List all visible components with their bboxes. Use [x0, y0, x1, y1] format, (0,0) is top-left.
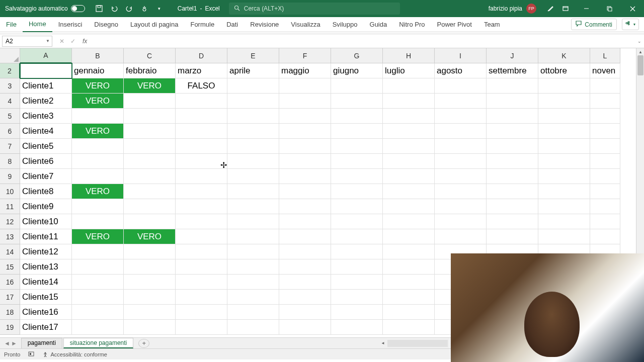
cell[interactable]: Cliente11	[20, 229, 72, 244]
row-header-7[interactable]: 7	[0, 139, 20, 154]
cell[interactable]	[435, 214, 487, 229]
column-header-G[interactable]: G	[331, 48, 383, 63]
cell[interactable]	[72, 139, 124, 154]
cell[interactable]	[383, 78, 435, 94]
user-avatar[interactable]: FP	[526, 4, 536, 14]
row-header-10[interactable]: 10	[0, 184, 20, 199]
row-header-11[interactable]: 11	[0, 199, 20, 214]
comments-button[interactable]: Commenti	[571, 19, 617, 30]
cell[interactable]	[176, 199, 227, 214]
cell[interactable]	[538, 139, 590, 154]
maximize-button[interactable]	[598, 0, 621, 17]
row-header-17[interactable]: 17	[0, 290, 20, 305]
cell[interactable]	[383, 305, 435, 320]
cell[interactable]	[227, 184, 279, 199]
redo-icon[interactable]	[125, 5, 133, 13]
cell[interactable]	[383, 275, 435, 290]
sheet-tab-situazione-pagamenti[interactable]: situazione pagamenti	[63, 338, 133, 348]
cell[interactable]	[279, 199, 331, 214]
cell[interactable]	[487, 229, 538, 244]
cell[interactable]	[72, 290, 124, 305]
minimize-button[interactable]	[575, 0, 598, 17]
cell[interactable]	[279, 290, 331, 305]
undo-icon[interactable]	[110, 5, 118, 13]
cell[interactable]	[331, 184, 383, 199]
cell[interactable]	[331, 214, 383, 229]
cell[interactable]	[124, 259, 176, 275]
column-header-K[interactable]: K	[538, 48, 590, 63]
cell[interactable]	[124, 275, 176, 290]
cell[interactable]	[227, 109, 279, 124]
cell[interactable]	[176, 124, 227, 139]
cell[interactable]	[279, 244, 331, 259]
cell[interactable]	[124, 214, 176, 229]
cell[interactable]: Cliente4	[20, 124, 72, 139]
user-account[interactable]: fabrizio pipia FP	[484, 4, 541, 14]
cell[interactable]: Cliente7	[20, 169, 72, 184]
cell[interactable]	[331, 78, 383, 94]
row-header-4[interactable]: 4	[0, 94, 20, 109]
row-header-6[interactable]: 6	[0, 124, 20, 139]
cell[interactable]	[227, 305, 279, 320]
ribbon-tab-power-pivot[interactable]: Power Pivot	[431, 17, 478, 32]
scroll-left-icon[interactable]: ◄	[379, 340, 386, 347]
cell[interactable]	[487, 109, 538, 124]
cell[interactable]	[590, 184, 620, 199]
cell[interactable]	[331, 139, 383, 154]
cell[interactable]	[72, 199, 124, 214]
name-box[interactable]: A2 ▼	[2, 36, 52, 47]
chevron-right-icon[interactable]: ►	[11, 340, 17, 347]
cell[interactable]: VERO	[72, 229, 124, 244]
cell[interactable]	[227, 244, 279, 259]
cell[interactable]	[590, 78, 620, 94]
column-header-C[interactable]: C	[124, 48, 176, 63]
cell[interactable]	[176, 184, 227, 199]
customize-qat-icon[interactable]: ▾	[155, 5, 164, 13]
cell[interactable]	[72, 259, 124, 275]
cell[interactable]: Cliente15	[20, 290, 72, 305]
column-header-D[interactable]: D	[176, 48, 227, 63]
cell[interactable]	[227, 214, 279, 229]
cell[interactable]: Cliente17	[20, 320, 72, 335]
cell[interactable]: Cliente8	[20, 184, 72, 199]
scroll-thumb[interactable]	[637, 55, 643, 75]
cell[interactable]	[383, 124, 435, 139]
cell[interactable]	[227, 259, 279, 275]
cell[interactable]: Cliente3	[20, 109, 72, 124]
close-button[interactable]	[621, 0, 644, 17]
cell[interactable]	[124, 124, 176, 139]
cell[interactable]	[124, 244, 176, 259]
cell[interactable]	[383, 154, 435, 169]
autosave-toggle[interactable]: Salvataggio automatico	[0, 5, 90, 12]
cell[interactable]	[279, 109, 331, 124]
row-header-13[interactable]: 13	[0, 229, 20, 244]
cell[interactable]	[435, 124, 487, 139]
column-header-I[interactable]: I	[435, 48, 487, 63]
cell[interactable]: ottobre	[538, 63, 590, 78]
cell[interactable]	[176, 214, 227, 229]
touch-mode-icon[interactable]	[140, 5, 148, 13]
cell[interactable]	[227, 154, 279, 169]
cell[interactable]	[383, 214, 435, 229]
cell[interactable]: VERO	[72, 78, 124, 94]
chevron-down-icon[interactable]: ▼	[46, 39, 50, 43]
cell[interactable]	[279, 78, 331, 94]
ribbon-tab-disegno[interactable]: Disegno	[88, 17, 124, 32]
cell[interactable]	[124, 109, 176, 124]
cell[interactable]	[227, 139, 279, 154]
ribbon-tab-inserisci[interactable]: Inserisci	[52, 17, 89, 32]
ribbon-tab-file[interactable]: File	[0, 17, 23, 32]
cell[interactable]	[538, 94, 590, 109]
cell[interactable]	[176, 169, 227, 184]
cell[interactable]	[331, 154, 383, 169]
horizontal-scrollbar[interactable]: ◄ ►	[387, 340, 448, 347]
cell[interactable]	[331, 169, 383, 184]
ribbon-tab-layout-di-pagina[interactable]: Layout di pagina	[124, 17, 184, 32]
cell[interactable]	[383, 320, 435, 335]
formula-input[interactable]	[91, 36, 635, 47]
cell[interactable]	[590, 124, 620, 139]
row-header-16[interactable]: 16	[0, 275, 20, 290]
cell[interactable]	[331, 244, 383, 259]
cell[interactable]	[176, 275, 227, 290]
cell[interactable]	[227, 169, 279, 184]
